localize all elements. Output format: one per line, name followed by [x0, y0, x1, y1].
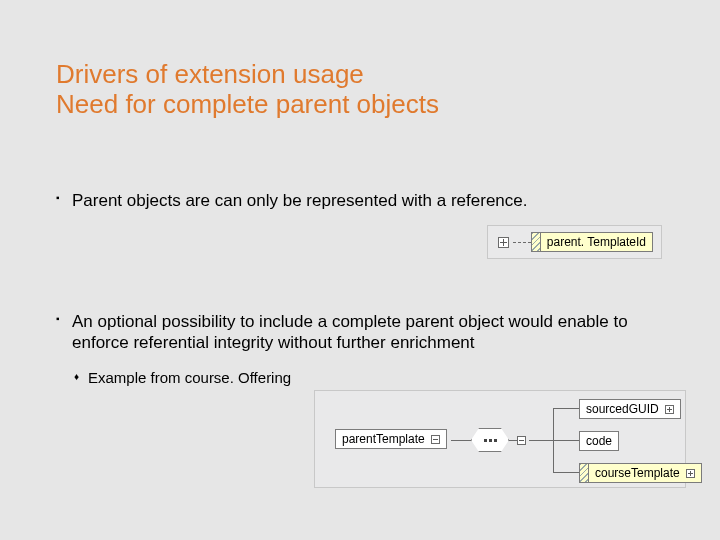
- slide-title: Drivers of extension usage Need for comp…: [56, 60, 664, 120]
- node-sourced-guid: sourcedGUID: [579, 399, 681, 419]
- connector: [451, 440, 471, 441]
- connector: [509, 440, 517, 441]
- diagram-course-offering: parentTemplate sourcedGUID: [314, 390, 686, 488]
- connector: [529, 440, 553, 441]
- bullet-item: Parent objects are can only be represent…: [56, 190, 664, 211]
- sequence-icon: [471, 428, 509, 452]
- title-line-1: Drivers of extension usage: [56, 60, 664, 90]
- node-parent-template: parentTemplate: [335, 429, 447, 449]
- bullet-item: An optional possibility to include a com…: [56, 311, 664, 354]
- node-label: parent. TemplateId: [547, 235, 646, 249]
- node-code: code: [579, 431, 619, 451]
- collapse-icon: [517, 436, 526, 445]
- node-hatch-icon: [532, 233, 541, 251]
- title-line-2: Need for complete parent objects: [56, 90, 664, 120]
- node-label: code: [586, 434, 612, 448]
- bullet-list: Parent objects are can only be represent…: [56, 190, 664, 387]
- expand-icon: [686, 469, 695, 478]
- node-course-template: courseTemplate: [579, 463, 702, 483]
- connector: [553, 440, 579, 441]
- expand-icon: [498, 237, 509, 248]
- diagram-panel: parent. TemplateId: [487, 225, 662, 259]
- expand-icon: [665, 405, 674, 414]
- connector: [553, 408, 579, 409]
- bullet-subitem: Example from course. Offering: [56, 368, 664, 388]
- node-hatch-icon: [580, 464, 589, 482]
- node-parent-template-id: parent. TemplateId: [531, 232, 653, 252]
- connector: [553, 472, 579, 473]
- node-label: parentTemplate: [342, 432, 425, 446]
- slide: Drivers of extension usage Need for comp…: [0, 0, 720, 540]
- connector: [513, 242, 531, 243]
- diagram-parent-template-id: parent. TemplateId: [56, 225, 664, 259]
- collapse-icon: [431, 435, 440, 444]
- node-label: courseTemplate: [595, 466, 680, 480]
- node-label: sourcedGUID: [586, 402, 659, 416]
- sequence-group: [471, 428, 526, 452]
